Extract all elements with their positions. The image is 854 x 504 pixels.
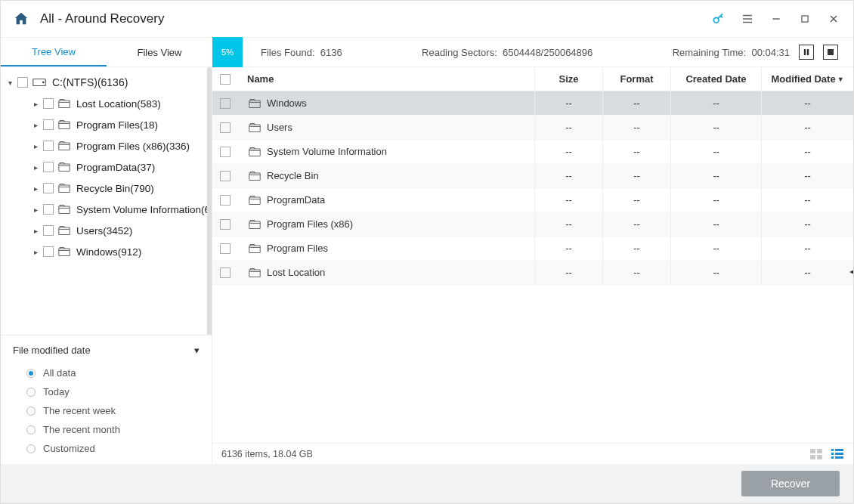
- checkbox[interactable]: [220, 243, 231, 254]
- cell-format: --: [602, 91, 670, 115]
- table-row[interactable]: Windows--------: [212, 91, 853, 116]
- collapse-caret-icon[interactable]: ◂: [849, 266, 853, 277]
- chevron-right-icon[interactable]: ▸: [31, 121, 40, 129]
- recover-button[interactable]: Recover: [741, 471, 840, 496]
- tab-files-view[interactable]: Files View: [107, 38, 212, 66]
- checkbox[interactable]: [43, 225, 54, 236]
- chevron-right-icon[interactable]: ▸: [31, 184, 40, 193]
- disk-icon: [32, 77, 46, 88]
- tree-item-label: ProgramData(37): [76, 162, 155, 173]
- chevron-right-icon[interactable]: ▸: [31, 163, 40, 172]
- folder-icon: [249, 195, 261, 206]
- table-row[interactable]: Program Files--------: [212, 237, 853, 261]
- column-name[interactable]: Name: [243, 73, 534, 85]
- chevron-right-icon[interactable]: ▸: [31, 206, 40, 214]
- cell-name: System Volume Information: [267, 146, 387, 157]
- chevron-right-icon[interactable]: ▸: [31, 142, 40, 150]
- tree-item-label: Windows(912): [76, 246, 141, 258]
- filter-option[interactable]: The recent month: [13, 420, 200, 439]
- grid-view-icon[interactable]: [809, 449, 823, 459]
- tab-tree-view[interactable]: Tree View: [1, 38, 107, 66]
- filter-option[interactable]: Today: [13, 382, 200, 401]
- checkbox[interactable]: [43, 183, 54, 193]
- tree-item[interactable]: ▸Program Files (x86)(336): [1, 135, 212, 156]
- close-button[interactable]: [826, 11, 841, 26]
- svg-rect-36: [835, 453, 843, 455]
- checkbox[interactable]: [220, 267, 231, 278]
- minimize-button[interactable]: [769, 11, 784, 26]
- scan-controls: [790, 45, 838, 60]
- checkbox[interactable]: [220, 171, 231, 181]
- stop-button[interactable]: [823, 45, 838, 60]
- statusbar: Tree View Files View 5% Files Found: 613…: [1, 37, 853, 67]
- tree-root[interactable]: ▾ C:(NTFS)(6136): [1, 72, 212, 93]
- svg-rect-26: [249, 221, 260, 229]
- column-created[interactable]: Created Date: [670, 67, 761, 91]
- folder-icon: [249, 243, 261, 254]
- cell-format: --: [602, 164, 670, 187]
- menu-icon[interactable]: [740, 11, 755, 26]
- column-modified-label: Modified Date: [771, 73, 835, 85]
- checkbox[interactable]: [220, 74, 231, 85]
- column-format[interactable]: Format: [602, 67, 670, 91]
- column-modified[interactable]: Modified Date ▼: [761, 67, 853, 91]
- list-view-icon[interactable]: [831, 449, 844, 459]
- svg-rect-19: [59, 227, 70, 235]
- tree-item[interactable]: ▸ProgramData(37): [1, 156, 212, 178]
- folder-icon: [58, 141, 70, 151]
- chevron-right-icon[interactable]: ▸: [31, 248, 40, 256]
- checkbox[interactable]: [17, 77, 28, 88]
- chevron-down-icon[interactable]: ▾: [5, 79, 14, 87]
- tree-item[interactable]: ▸Users(3452): [1, 220, 212, 241]
- cell-created: --: [670, 91, 761, 115]
- table-row[interactable]: Lost Location--------: [212, 261, 853, 285]
- tree-item-label: System Volume Information(6: [76, 204, 210, 215]
- maximize-button[interactable]: [797, 11, 812, 26]
- cell-format: --: [602, 212, 670, 236]
- checkbox[interactable]: [43, 141, 54, 151]
- svg-rect-16: [59, 164, 70, 172]
- table-row[interactable]: Recycle Bin--------: [212, 164, 853, 188]
- pause-button[interactable]: [799, 45, 814, 60]
- filter-option[interactable]: Customized: [13, 439, 200, 458]
- filter-header[interactable]: File modified date ▾: [13, 345, 200, 356]
- column-size[interactable]: Size: [534, 67, 602, 91]
- chevron-right-icon[interactable]: ▸: [31, 227, 40, 235]
- checkbox[interactable]: [220, 98, 231, 109]
- svg-rect-37: [831, 456, 834, 459]
- svg-rect-9: [807, 49, 809, 55]
- home-icon[interactable]: [13, 11, 29, 27]
- checkbox[interactable]: [43, 204, 54, 215]
- scrollbar[interactable]: [207, 67, 212, 335]
- cell-modified: --: [761, 237, 853, 260]
- key-icon[interactable]: [711, 11, 726, 26]
- folder-icon: [58, 162, 70, 172]
- table-row[interactable]: Program Files (x86)--------: [212, 212, 853, 237]
- reading-label: Reading Sectors:: [422, 47, 497, 58]
- checkbox[interactable]: [43, 246, 54, 257]
- checkbox[interactable]: [43, 98, 54, 109]
- filter-option[interactable]: The recent week: [13, 401, 200, 420]
- cell-format: --: [602, 237, 670, 260]
- table-row[interactable]: ProgramData--------: [212, 188, 853, 212]
- checkbox[interactable]: [43, 119, 54, 130]
- checkbox[interactable]: [43, 162, 54, 172]
- tree-item[interactable]: ▸Lost Location(583): [1, 93, 212, 114]
- cell-size: --: [534, 140, 602, 163]
- checkbox[interactable]: [220, 122, 231, 133]
- checkbox[interactable]: [220, 219, 231, 230]
- tree-item[interactable]: ▸System Volume Information(6: [1, 199, 212, 220]
- tree-item[interactable]: ▸Recycle Bin(790): [1, 178, 212, 199]
- tree-item[interactable]: ▸Program Files(18): [1, 114, 212, 135]
- svg-rect-33: [831, 449, 834, 451]
- cell-format: --: [602, 261, 670, 284]
- checkbox[interactable]: [220, 195, 231, 206]
- filter-option[interactable]: All data: [13, 363, 200, 382]
- table-row[interactable]: Users--------: [212, 116, 853, 140]
- checkbox[interactable]: [220, 147, 231, 157]
- table-row[interactable]: System Volume Information--------: [212, 140, 853, 164]
- tree-item[interactable]: ▸Windows(912): [1, 241, 212, 262]
- svg-rect-34: [835, 449, 843, 451]
- chevron-right-icon[interactable]: ▸: [31, 100, 40, 108]
- svg-point-0: [713, 17, 719, 23]
